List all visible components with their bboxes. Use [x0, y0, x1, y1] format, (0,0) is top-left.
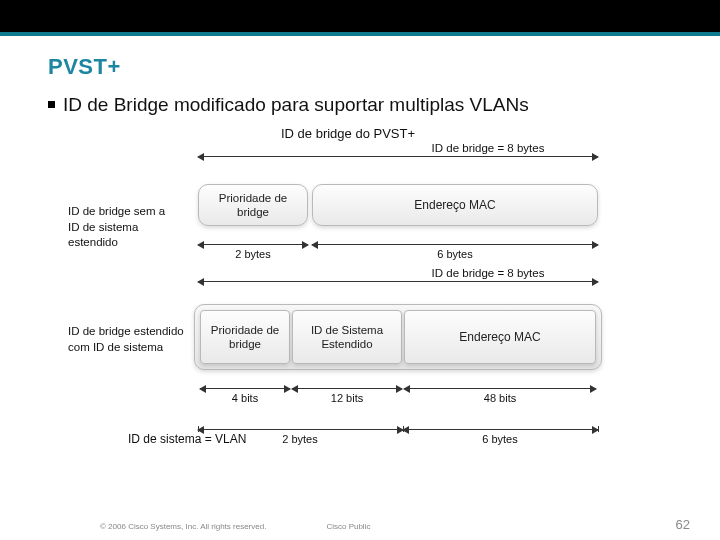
label-no-extended-sysid: ID de bridge sem a ID de sistema estendi… — [68, 204, 188, 251]
page-number: 62 — [676, 517, 690, 532]
arrow-top-right — [312, 244, 598, 245]
dim-bot-bits-c: 48 bits — [484, 392, 516, 404]
label-text: ID de bridge estendido com ID de sistema — [68, 325, 184, 353]
slide-footer: © 2006 Cisco Systems, Inc. All rights re… — [0, 517, 720, 532]
title-bar — [0, 0, 720, 36]
box-bottom-priority: Prioridade de bridge — [200, 310, 290, 364]
box-text: Prioridade de bridge — [219, 191, 287, 220]
arrow-sys-left — [198, 429, 403, 430]
box-bottom-mac: Endereço MAC — [404, 310, 596, 364]
dim-sys-right: 6 bytes — [482, 433, 517, 445]
slide-title: PVST+ — [48, 54, 680, 80]
box-bottom-sysid: ID de Sistema Estendido — [292, 310, 402, 364]
box-text: ID de Sistema Estendido — [311, 323, 383, 352]
dim-top-right: 6 bytes — [437, 248, 472, 260]
box-text: Prioridade de bridge — [211, 323, 279, 352]
dim-mid-total: ID de bridge = 8 bytes — [432, 267, 545, 279]
footer-copyright: © 2006 Cisco Systems, Inc. All rights re… — [100, 522, 266, 531]
label-text: ID de bridge sem a ID de sistema estendi… — [68, 205, 165, 248]
box-top-mac: Endereço MAC — [312, 184, 598, 226]
bridge-id-diagram: ID de bridge do PVST+ ID de bridge sem a… — [68, 126, 628, 466]
box-text: Endereço MAC — [459, 330, 540, 345]
dim-top-left: 2 bytes — [235, 248, 270, 260]
diagram-title: ID de bridge do PVST+ — [68, 126, 628, 141]
arrow-bot-bits-b — [292, 388, 402, 389]
arrow-mid-total — [198, 281, 598, 282]
label-extended-sysid: ID de bridge estendido com ID de sistema — [68, 324, 188, 355]
footer-classification: Cisco Public — [326, 522, 370, 531]
box-top-priority: Prioridade de bridge — [198, 184, 308, 226]
dim-bot-bits-b: 12 bits — [331, 392, 363, 404]
bullet-square-icon — [48, 101, 55, 108]
arrow-top-left — [198, 244, 308, 245]
arrow-sys-right — [403, 429, 598, 430]
box-text: Endereço MAC — [414, 198, 495, 213]
bullet-text: ID de Bridge modificado para suportar mu… — [63, 94, 529, 116]
dim-top-total: ID de bridge = 8 bytes — [432, 142, 545, 154]
slide-content: PVST+ ID de Bridge modificado para supor… — [0, 36, 720, 466]
arrow-bot-bits-a — [200, 388, 290, 389]
arrow-top-total — [198, 156, 598, 157]
bullet-item: ID de Bridge modificado para suportar mu… — [48, 94, 680, 116]
dim-bot-bits-a: 4 bits — [232, 392, 258, 404]
arrow-bot-bits-c — [404, 388, 596, 389]
dim-sys-left: 2 bytes — [282, 433, 317, 445]
label-sysid-eq-vlan: ID de sistema = VLAN — [128, 432, 246, 446]
